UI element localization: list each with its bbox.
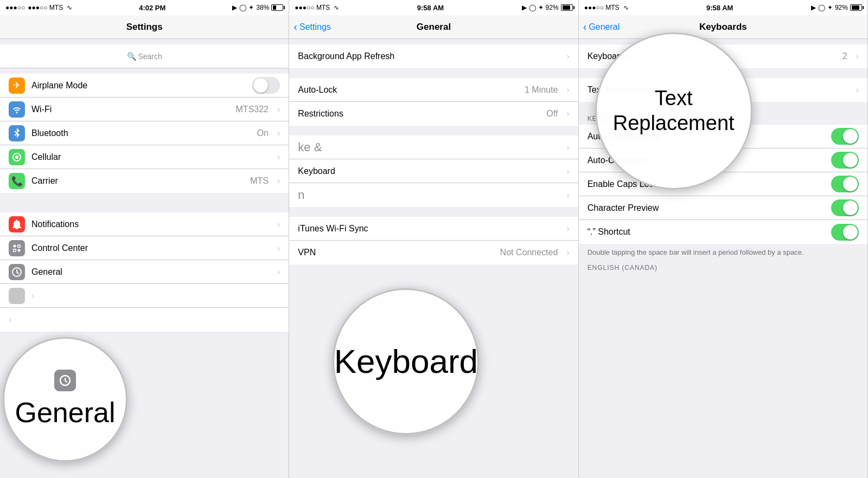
- separator-2c: [289, 207, 578, 217]
- caps-lock-toggle[interactable]: [831, 176, 859, 192]
- time-3: 9:58 AM: [706, 4, 733, 12]
- wifi-icon-2: ∿: [334, 4, 339, 11]
- list-item-keyboard[interactable]: Keyboard ›: [289, 159, 578, 183]
- nav-back-3[interactable]: ‹ General: [583, 21, 620, 33]
- nav-bar-1: Settings: [0, 15, 289, 39]
- shortcut-label: “.” Shortcut: [588, 227, 825, 237]
- list-item-row1[interactable]: ke & ​ ›: [289, 135, 578, 159]
- status-right-1: ▶ ◯ ✦ 38%: [232, 4, 283, 11]
- bt-icon-1: ✦: [248, 4, 254, 11]
- airplane-toggle-knob: [253, 78, 268, 93]
- list-item-notifications[interactable]: Notifications ›: [0, 212, 289, 236]
- list-item-row3[interactable]: ​n ›: [289, 183, 578, 207]
- vpn-chevron: ›: [566, 248, 569, 257]
- svg-point-2: [14, 244, 16, 247]
- restrictions-value: Off: [546, 109, 558, 119]
- row1-label: ke & ​: [298, 140, 560, 154]
- airplane-label: Airplane Mode: [31, 81, 246, 91]
- list-item-general[interactable]: General ›: [0, 260, 289, 284]
- magnifier-text-replacement-inner: Text Replacement: [597, 34, 751, 188]
- back-label-2: Settings: [299, 22, 331, 32]
- row3-chevron: ›: [566, 190, 569, 200]
- wifi-icon-3: ∿: [623, 4, 629, 11]
- keyboard-label: Keyboard: [298, 166, 560, 176]
- wifi-chevron: ›: [277, 105, 280, 114]
- list-item-char-preview[interactable]: Character Preview: [579, 196, 867, 220]
- magnifier-keyboard: Keyboard: [333, 288, 479, 435]
- auto-lock-label: Auto-Lock: [298, 85, 518, 95]
- time-2: 9:58 AM: [417, 4, 444, 12]
- list-item-bg-refresh[interactable]: Background App Refresh ›: [289, 44, 578, 68]
- list-item-caps-lock[interactable]: Enable Caps Lock: [579, 172, 867, 196]
- list-item-airplane[interactable]: ✈ Airplane Mode: [0, 74, 289, 98]
- airplane-toggle[interactable]: [252, 77, 280, 94]
- status-left-1: ●●●○○ ●●●○○ MTS ∿: [5, 4, 72, 11]
- svg-point-5: [18, 249, 21, 251]
- battery-inner-1: [273, 5, 276, 10]
- list-item-extra1[interactable]: ›: [0, 284, 289, 308]
- back-chevron-2: ‹: [293, 21, 297, 33]
- char-preview-toggle[interactable]: [831, 199, 859, 216]
- status-left-3: ●●●○○ MTS ∿: [584, 4, 629, 11]
- nav-bar-2: ‹ Settings General: [289, 15, 578, 39]
- cellular-chevron: ›: [277, 152, 280, 162]
- bg-refresh-label: Background App Refresh: [298, 51, 560, 61]
- cellular-icon: [9, 149, 25, 165]
- airplane-icon: ✈: [9, 77, 25, 94]
- list-item-vpn[interactable]: VPN Not Connected ›: [289, 241, 578, 264]
- battery-tip-3: [863, 6, 864, 9]
- vpn-value: Not Connected: [500, 248, 558, 257]
- list-item-itunes-sync[interactable]: iTunes Wi-Fi Sync ›: [289, 217, 578, 241]
- status-left-2: ●●●○○ MTS ∿: [295, 4, 339, 11]
- nav-title-2: General: [417, 22, 451, 33]
- list-item-control-center[interactable]: Control Center ›: [0, 236, 289, 260]
- spacer-2a: [289, 39, 578, 44]
- svg-point-4: [14, 249, 16, 251]
- wifi-icon: [9, 101, 25, 118]
- auto-cap-toggle[interactable]: [831, 128, 859, 145]
- general-panel: ●●●○○ MTS ∿ 9:58 AM ▶ ◯ ✦ 92% ‹ Settings…: [289, 0, 578, 478]
- signal-3: ●●●○○ MTS: [584, 4, 620, 11]
- status-right-3: ▶ ◯ ✦ 92%: [811, 4, 862, 11]
- control-center-icon: [9, 240, 25, 256]
- search-bar-1[interactable]: 🔍 Search: [0, 44, 289, 68]
- system-group: Notifications › Control Center › General…: [0, 212, 289, 332]
- notifications-icon: [9, 216, 25, 232]
- list-item-extra2[interactable]: ›: [0, 308, 289, 332]
- general-group4: iTunes Wi-Fi Sync › VPN Not Connected ›: [289, 217, 578, 264]
- magnifier-text-replacement: Text Replacement: [595, 33, 752, 190]
- battery-inner-3: [852, 5, 859, 10]
- list-item-carrier[interactable]: 📞 Carrier MTS ›: [0, 169, 289, 193]
- list-item-auto-lock[interactable]: Auto-Lock 1 Minute ›: [289, 78, 578, 102]
- list-item-bluetooth[interactable]: Bluetooth On ›: [0, 121, 289, 145]
- alarm-icon-2: ◯: [529, 4, 536, 11]
- carrier-icon: 📞: [9, 173, 25, 189]
- list-item-restrictions[interactable]: Restrictions Off ›: [289, 102, 578, 126]
- location-icon-3: ▶: [811, 4, 816, 11]
- signal-1: ●●●○○: [5, 4, 25, 11]
- back-chevron-3: ‹: [583, 21, 587, 33]
- list-item-shortcut[interactable]: “.” Shortcut: [579, 220, 867, 244]
- battery-1: [271, 4, 283, 11]
- bluetooth-icon: [9, 125, 25, 141]
- notifications-chevron: ›: [277, 219, 280, 229]
- bt-icon-2: ✦: [538, 4, 544, 11]
- bg-refresh-chevron: ›: [566, 51, 569, 61]
- vpn-label: VPN: [298, 248, 493, 257]
- magnifier-general-text: General: [15, 397, 116, 429]
- status-right-2: ▶ ◯ ✦ 92%: [522, 4, 573, 11]
- caps-lock-knob: [843, 177, 858, 191]
- general-group2: Auto-Lock 1 Minute › Restrictions Off ›: [289, 78, 578, 126]
- nav-title-1: Settings: [126, 22, 163, 33]
- separator-2b: [289, 126, 578, 135]
- list-item-wifi[interactable]: Wi-Fi MTS322 ›: [0, 98, 289, 121]
- footer-note: Double tapping the space bar will insert…: [579, 244, 867, 261]
- shortcut-toggle[interactable]: [831, 224, 859, 241]
- list-item-cellular[interactable]: Cellular ›: [0, 145, 289, 169]
- restrictions-chevron: ›: [566, 109, 569, 119]
- wifi-label: Wi-Fi: [31, 105, 229, 114]
- auto-correct-toggle[interactable]: [831, 152, 859, 169]
- nav-back-2[interactable]: ‹ Settings: [293, 21, 330, 33]
- bluetooth-label: Bluetooth: [31, 128, 251, 138]
- bt-icon-3: ✦: [827, 4, 833, 11]
